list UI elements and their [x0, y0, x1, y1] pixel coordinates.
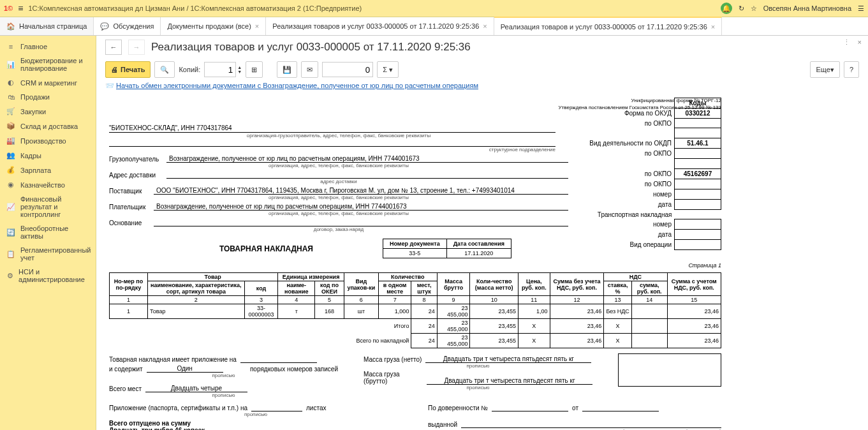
sidebar-item[interactable]: ⚙НСИ и администрирование	[0, 265, 96, 286]
star-icon[interactable]: ☆	[751, 4, 757, 13]
sidebar-item[interactable]: 🔄Внеоборотные активы	[0, 221, 96, 243]
kebab-icon[interactable]: ⋮	[843, 38, 850, 47]
copies-label: Копий:	[179, 66, 200, 73]
sidebar-item[interactable]: 📈Финансовый результат и контроллинг	[0, 192, 96, 221]
sidebar-item[interactable]: ◉Казначейство	[0, 177, 96, 192]
menu-icon: ≡	[6, 43, 15, 50]
total-words: Двадцать три рубля 46 копеек	[109, 427, 402, 430]
doc-date: 17.11.2020	[446, 249, 511, 258]
page-title: Реализация товаров и услуг 0033-000005 о…	[151, 41, 471, 54]
tab-sales-docs[interactable]: Документы продажи (все)×	[161, 17, 266, 35]
recipient: Вознаграждение, полученное от юр лиц по …	[166, 155, 568, 163]
sender: "БИОТЕХНОС-СКЛАД", ИНН 7704317864	[109, 124, 555, 133]
sidebar-item[interactable]: 📦Склад и доставка	[0, 119, 96, 133]
settings-button[interactable]: ⊞	[246, 61, 263, 78]
payer: Вознаграждение, полученное от юр лиц по …	[154, 203, 568, 211]
sigma-button[interactable]: Σ ▾	[377, 61, 399, 78]
sum-input[interactable]	[322, 62, 373, 77]
sidebar-item[interactable]: 🛍Продажи	[0, 90, 96, 104]
table-row: 1 Товар 33-00000003 т 168 шт 1,000 24 23…	[110, 304, 721, 319]
app-title: 1С:Комплексная автоматизация дл Цизман А…	[28, 4, 362, 12]
sidebar-item[interactable]: ◐CRM и маркетинг	[0, 75, 96, 90]
start-edo-link[interactable]: Начать обмен электронными документами с …	[116, 82, 478, 89]
supplier: ООО "БИОТЕХНОС", ИНН 7704317864, 119435,…	[154, 187, 568, 195]
code-okdp: 51.46.1	[675, 138, 721, 149]
email-button[interactable]: ✉	[301, 61, 318, 78]
sidebar-item[interactable]: 📋Регламентированный учет	[0, 243, 96, 265]
print-button[interactable]: 🖨Печать	[105, 61, 151, 78]
user-name: Овсепян Анна Мартиновна	[763, 4, 851, 12]
preview-button[interactable]: 🔍	[154, 61, 175, 78]
doc-name: ТОВАРНАЯ НАКЛАДНАЯ	[109, 244, 313, 253]
code-okud: 0330212	[675, 108, 721, 119]
history-icon[interactable]: ↻	[739, 4, 744, 13]
close-icon[interactable]: ×	[711, 23, 715, 31]
help-button[interactable]: ?	[844, 61, 859, 78]
close-icon[interactable]: ×	[858, 38, 862, 47]
tab-discussions[interactable]: 💬Обсуждения	[94, 17, 161, 35]
sidebar-item[interactable]: ≡Главное	[0, 40, 96, 54]
menu-icon[interactable]: ☰	[858, 4, 864, 13]
sidebar-item[interactable]: 💰Зарплата	[0, 163, 96, 177]
sidebar-item[interactable]: 📊Бюджетирование и планирование	[0, 54, 96, 75]
close-icon[interactable]: ×	[255, 22, 259, 30]
spinner-down[interactable]: ▼	[237, 70, 242, 74]
edo-icon: 📨	[105, 82, 114, 89]
goods-table: Но-мер по по-рядку Товар Единица измерен…	[109, 272, 721, 348]
tab-realization-1[interactable]: Реализация товаров и услуг 0033-000005 о…	[266, 17, 494, 35]
back-button[interactable]: ←	[105, 40, 122, 55]
code-okpo: 45162697	[675, 169, 721, 179]
burger-icon[interactable]: ≡	[18, 3, 23, 13]
notifications-icon[interactable]: 🔔	[721, 3, 732, 14]
spinner-up[interactable]: ▲	[237, 65, 242, 70]
sidebar: ≡Главное 📊Бюджетирование и планирование …	[0, 36, 96, 430]
close-icon[interactable]: ×	[483, 22, 487, 30]
sidebar-item[interactable]: 🛒Закупки	[0, 104, 96, 119]
copies-input[interactable]	[204, 62, 236, 77]
doc-number: 33-5	[383, 249, 446, 258]
logo-1c: 1©	[4, 4, 13, 12]
forward-button[interactable]: →	[128, 40, 145, 55]
tab-realization-2[interactable]: Реализация товаров и услуг 0033-000005 о…	[494, 17, 722, 35]
save-button[interactable]: 💾	[277, 61, 297, 78]
more-button[interactable]: Еще ▾	[810, 61, 839, 78]
print-icon: 🖨	[111, 66, 118, 73]
sidebar-item[interactable]: 🏭Производство	[0, 133, 96, 148]
sidebar-item[interactable]: 👥Кадры	[0, 148, 96, 163]
tab-home[interactable]: 🏠Начальная страница	[0, 17, 94, 35]
